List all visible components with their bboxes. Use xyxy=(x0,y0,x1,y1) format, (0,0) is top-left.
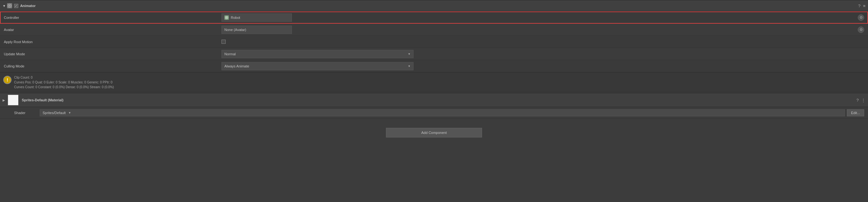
inspector-panel: ▼ Animator ? ≡ Controller R xyxy=(0,0,868,145)
animator-settings-button[interactable]: ≡ xyxy=(863,3,865,8)
culling-mode-label: Culling Mode xyxy=(4,64,221,68)
shader-value: Sprites/Default ▼ Edit... xyxy=(40,109,864,116)
update-mode-text: Normal xyxy=(224,52,405,56)
material-header-actions: ? ⋮ xyxy=(857,98,865,103)
info-line3: Curves Count: 0 Constant: 0 (0.0%) Dense… xyxy=(14,85,864,90)
culling-mode-arrow: ▼ xyxy=(408,65,411,68)
shader-dropdown-text: Sprites/Default xyxy=(42,111,66,115)
material-header: ▶ Sprites-Default (Material) ? ⋮ xyxy=(0,93,868,107)
animator-enabled-checkbox[interactable] xyxy=(14,4,18,8)
shader-dropdown[interactable]: Sprites/Default ▼ xyxy=(40,109,845,116)
avatar-field[interactable]: None (Avatar) xyxy=(221,26,292,34)
shader-dropdown-arrow: ▼ xyxy=(68,111,71,114)
add-component-bar: Add Component xyxy=(0,120,868,145)
controller-circle-btn[interactable]: ⊙ xyxy=(858,14,864,21)
animator-title: Animator xyxy=(20,4,858,8)
controller-field[interactable]: Robot xyxy=(221,13,292,22)
animator-expand-icon[interactable]: ▼ xyxy=(3,4,6,8)
animator-header: ▼ Animator ? ≡ xyxy=(0,0,868,11)
update-mode-arrow: ▼ xyxy=(408,53,411,56)
info-text: Clip Count: 0 Curves Pos: 0 Quat: 0 Eule… xyxy=(14,75,864,90)
avatar-value-text: None (Avatar) xyxy=(224,28,246,32)
update-mode-row: Update Mode Normal ▼ xyxy=(0,48,868,60)
controller-row: Controller Robot ⊙ xyxy=(0,11,868,24)
culling-mode-row: Culling Mode Always Animate ▼ xyxy=(0,60,868,72)
controller-value: Robot ⊙ xyxy=(221,13,864,22)
material-help-button[interactable]: ? xyxy=(857,98,859,103)
material-preview-thumbnail xyxy=(8,95,19,105)
controller-obj-icon xyxy=(224,15,229,20)
shader-row: Shader Sprites/Default ▼ Edit... xyxy=(0,107,868,119)
update-mode-dropdown[interactable]: Normal ▼ xyxy=(221,50,413,58)
controller-label: Controller xyxy=(4,16,221,20)
animator-help-button[interactable]: ? xyxy=(858,3,860,8)
update-mode-label: Update Mode xyxy=(4,52,221,56)
info-warning-icon: ! xyxy=(3,76,11,84)
culling-mode-value: Always Animate ▼ xyxy=(221,62,864,70)
apply-root-motion-value xyxy=(221,40,864,44)
info-line1: Clip Count: 0 xyxy=(14,75,864,80)
avatar-value: None (Avatar) ⊙ xyxy=(221,26,864,34)
material-expand-icon[interactable]: ▶ xyxy=(3,98,5,102)
animator-header-actions: ? ≡ xyxy=(858,3,865,8)
shader-edit-button[interactable]: Edit... xyxy=(847,109,864,116)
material-settings-button[interactable]: ⋮ xyxy=(861,98,865,103)
svg-point-3 xyxy=(226,17,227,18)
shader-label: Shader xyxy=(14,111,40,115)
svg-point-1 xyxy=(9,5,10,6)
update-mode-value: Normal ▼ xyxy=(221,50,864,58)
animator-info-box: ! Clip Count: 0 Curves Pos: 0 Quat: 0 Eu… xyxy=(0,72,868,92)
avatar-row: Avatar None (Avatar) ⊙ xyxy=(0,24,868,36)
apply-root-motion-checkbox[interactable] xyxy=(221,40,226,44)
apply-root-motion-row: Apply Root Motion xyxy=(0,36,868,48)
culling-mode-text: Always Animate xyxy=(224,64,405,68)
avatar-label: Avatar xyxy=(4,28,221,32)
avatar-circle-btn[interactable]: ⊙ xyxy=(858,27,864,33)
culling-mode-dropdown[interactable]: Always Animate ▼ xyxy=(221,62,413,70)
info-line2: Curves Pos: 0 Quat: 0 Euler: 0 Scale: 0 … xyxy=(14,80,864,85)
apply-root-motion-label: Apply Root Motion xyxy=(4,40,221,44)
material-title: Sprites-Default (Material) xyxy=(22,98,857,102)
add-component-button[interactable]: Add Component xyxy=(386,128,482,137)
controller-value-text: Robot xyxy=(231,16,240,20)
animator-component-icon xyxy=(7,3,12,8)
